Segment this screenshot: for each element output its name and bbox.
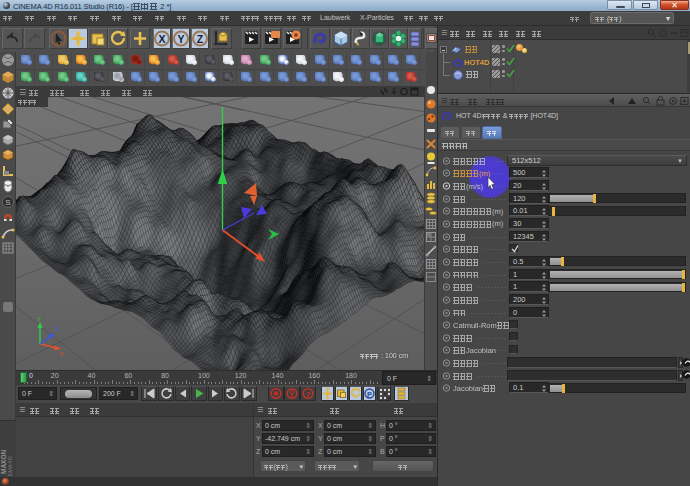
- svg-text:?: ?: [306, 390, 311, 399]
- svg-text:S: S: [5, 198, 10, 207]
- svg-text:Y: Y: [177, 33, 184, 45]
- svg-text:Z: Z: [197, 33, 204, 45]
- svg-text:P: P: [367, 390, 372, 399]
- svg-text:X: X: [158, 33, 165, 45]
